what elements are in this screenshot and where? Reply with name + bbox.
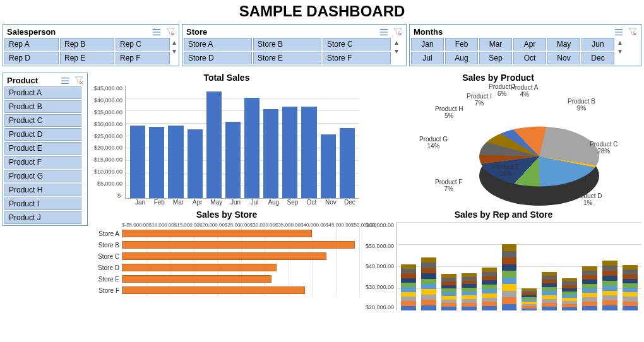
bar[interactable]: [122, 252, 326, 260]
stacked-bar[interactable]: [401, 264, 416, 311]
pie-label: Product D1%: [574, 192, 602, 206]
bar-segment: [602, 291, 617, 296]
slicer-months[interactable]: Months JanFebMarAprMayJunJulAugSepOctNov…: [409, 24, 641, 66]
slicer-item[interactable]: Apr: [513, 38, 546, 50]
slicer-item[interactable]: Dec: [581, 52, 614, 64]
axis-tick: Dec: [340, 199, 359, 206]
slicer-item[interactable]: Product I: [4, 198, 81, 210]
scroll-down-icon[interactable]: ▾: [172, 47, 176, 56]
scroll-up-icon[interactable]: ▴: [172, 38, 176, 47]
multiselect-icon[interactable]: [379, 28, 388, 37]
chart-sales-by-rep-store[interactable]: Sales by Rep and Store $60,000.00$50,000…: [366, 209, 641, 310]
slicer-item[interactable]: Rep F: [116, 52, 170, 64]
slicer-item[interactable]: Rep B: [60, 38, 114, 50]
pie-label: Product F7%: [435, 179, 462, 192]
slicer-item[interactable]: Rep E: [60, 52, 114, 64]
scroll-up-icon[interactable]: ▴: [618, 38, 622, 47]
slicer-item[interactable]: Store C: [323, 38, 391, 50]
bar[interactable]: [122, 230, 312, 237]
slicer-item[interactable]: Jul: [411, 52, 444, 64]
slicer-item[interactable]: Nov: [547, 52, 580, 64]
stacked-bar[interactable]: [441, 274, 456, 310]
multiselect-icon[interactable]: [614, 28, 623, 37]
slicer-item[interactable]: Product B: [4, 100, 81, 113]
slicer-item[interactable]: Store D: [184, 52, 252, 64]
slicer-item[interactable]: Product C: [4, 114, 81, 127]
slicer-item[interactable]: Store F: [323, 52, 391, 64]
slicer-item[interactable]: Rep A: [4, 38, 59, 50]
slicer-item[interactable]: Product D: [4, 128, 81, 141]
slicer-item[interactable]: Rep D: [4, 52, 59, 64]
stacked-bar[interactable]: [462, 273, 477, 311]
bar-segment: [421, 289, 436, 294]
slicer-item[interactable]: Product E: [4, 142, 81, 155]
bar[interactable]: [122, 286, 305, 294]
slicer-item[interactable]: Feb: [445, 38, 478, 50]
slicer-item[interactable]: Product H: [4, 184, 81, 196]
bar[interactable]: [122, 241, 355, 249]
axis-tick: $30,000.00: [94, 121, 122, 127]
slicer-item[interactable]: Oct: [513, 52, 546, 64]
slicer-item[interactable]: Store A: [184, 38, 252, 50]
bar[interactable]: [340, 128, 355, 198]
slicer-item[interactable]: Product J: [4, 211, 81, 224]
scroll-up-icon[interactable]: ▴: [395, 38, 398, 47]
stacked-bar[interactable]: [602, 261, 617, 310]
multiselect-icon[interactable]: [61, 76, 69, 85]
axis-tick: Store F: [94, 287, 122, 294]
scroll-down-icon[interactable]: ▾: [395, 47, 398, 56]
axis-tick: $15,000.00: [174, 222, 200, 228]
stacked-bar[interactable]: [482, 268, 497, 310]
slicer-item[interactable]: Aug: [445, 52, 478, 64]
stacked-bar[interactable]: [623, 265, 638, 310]
slicer-item[interactable]: May: [547, 38, 580, 50]
stacked-bar[interactable]: [582, 266, 597, 310]
bar[interactable]: [225, 122, 241, 198]
slicer-item[interactable]: Product A: [4, 86, 81, 99]
multiselect-icon[interactable]: [152, 28, 161, 37]
slicer-salesperson[interactable]: Salesperson Rep ARep BRep CRep DRep ERep…: [3, 24, 179, 66]
bar[interactable]: [263, 109, 278, 198]
slicer-item[interactable]: Jan: [411, 38, 444, 50]
slicer-item[interactable]: Mar: [479, 38, 512, 50]
stacked-bar[interactable]: [522, 288, 537, 310]
slicer-store[interactable]: Store Store AStore BStore CStore DStore …: [182, 24, 407, 66]
slicer-item[interactable]: Store E: [253, 52, 321, 64]
clear-filter-icon[interactable]: [75, 76, 83, 85]
bar[interactable]: [282, 107, 297, 198]
scroll-down-icon[interactable]: ▾: [618, 47, 622, 56]
clear-filter-icon[interactable]: [393, 28, 402, 37]
chart-sales-by-product[interactable]: Sales by Product Product A4%Product B9%P…: [366, 73, 631, 206]
slicer-item[interactable]: Rep C: [116, 38, 170, 50]
axis-tick: $-: [117, 192, 122, 199]
bar[interactable]: [206, 91, 222, 198]
axis-tick: Aug: [264, 199, 283, 206]
slicer-product[interactable]: Product Product AProduct BProduct CProdu…: [3, 73, 88, 226]
bar[interactable]: [244, 98, 259, 198]
slicer-item[interactable]: Sep: [479, 52, 512, 64]
slicer-item[interactable]: Product F: [4, 156, 81, 168]
bar[interactable]: [321, 134, 336, 198]
hbar-row: Store B: [94, 239, 359, 251]
bar-segment: [482, 285, 497, 289]
slicer-item[interactable]: Jun: [581, 38, 614, 50]
bar[interactable]: [301, 107, 316, 198]
clear-filter-icon[interactable]: [628, 28, 637, 37]
slicer-label: Store: [186, 27, 207, 37]
clear-filter-icon[interactable]: [166, 28, 175, 37]
stacked-bar[interactable]: [502, 244, 517, 310]
bar[interactable]: [130, 126, 145, 198]
chart-sales-by-store[interactable]: Sales by Store $-$5,000.00$10,000.00$15,…: [94, 209, 359, 310]
stacked-bar[interactable]: [562, 278, 577, 310]
chart-total-sales[interactable]: Total Sales $45,000.00$40,000.00$35,000.…: [94, 73, 359, 206]
bar[interactable]: [168, 126, 183, 198]
bar[interactable]: [122, 275, 271, 283]
axis-tick: $25,000.00: [225, 222, 250, 228]
slicer-item[interactable]: Product G: [4, 170, 81, 182]
bar[interactable]: [122, 264, 277, 271]
stacked-bar[interactable]: [421, 257, 436, 310]
bar[interactable]: [188, 129, 203, 198]
slicer-item[interactable]: Store B: [253, 38, 321, 50]
bar[interactable]: [149, 127, 164, 198]
stacked-bar[interactable]: [542, 272, 557, 310]
